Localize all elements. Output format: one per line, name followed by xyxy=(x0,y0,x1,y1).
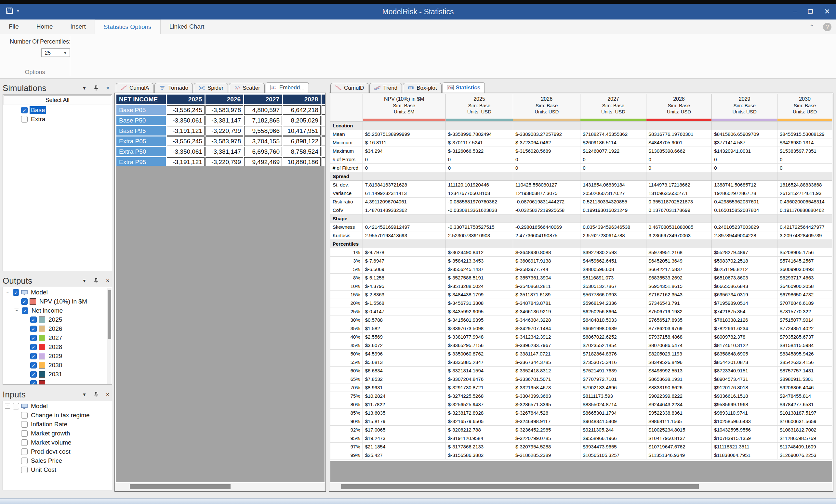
stat-value[interactable]: $6484810.5033 xyxy=(581,316,646,324)
panel-close-icon[interactable]: ✕ xyxy=(106,392,110,397)
stat-value[interactable]: 1616524.88833668 xyxy=(777,181,832,189)
stat-value[interactable]: $11286598.5769 xyxy=(777,434,832,443)
stat-value[interactable]: $10417950.8137 xyxy=(646,434,712,443)
net-income-cell[interactable]: -3,381,147 xyxy=(206,116,243,125)
stat-value[interactable]: $10.2824 xyxy=(363,392,445,400)
stat-value[interactable]: $8174610.3122 xyxy=(712,341,777,350)
panel-close-icon[interactable]: ✕ xyxy=(106,85,110,91)
stat-value[interactable]: $7822661.6234 xyxy=(712,324,777,333)
stat-value[interactable]: -0.0325827219925658 xyxy=(513,206,581,214)
stat-value[interactable]: $13085398.6662 xyxy=(646,147,712,155)
stat-value[interactable]: $6251196.8212 xyxy=(712,265,777,274)
stat-value[interactable]: 3.20974828409739 xyxy=(777,231,832,240)
net-income-cell[interactable]: 8,758,524 xyxy=(283,147,321,156)
ribbon-tab-home[interactable]: Home xyxy=(27,19,62,34)
stat-value[interactable]: $6293717.4663 xyxy=(777,274,832,282)
stat-value[interactable]: $10138187.5197 xyxy=(777,409,832,417)
row-header[interactable]: Base P95 xyxy=(116,126,166,136)
stat-value[interactable]: $9522338.8361 xyxy=(646,409,712,417)
stat-value[interactable]: $-3186285.2389 xyxy=(513,451,581,460)
stat-value[interactable]: $7656517.8935 xyxy=(646,316,712,324)
stat-value[interactable]: $9893110.9741 xyxy=(712,409,777,417)
net-income-cell[interactable]: 10,417,951 xyxy=(283,126,321,136)
collapse-ribbon-icon[interactable]: ⌃ xyxy=(809,23,815,31)
checkbox-checked[interactable]: ✓ xyxy=(30,371,37,377)
stat-value[interactable]: $9022399.6222 xyxy=(646,392,712,400)
row-header[interactable]: Extra P95 xyxy=(116,157,166,166)
stat-value[interactable]: $8415806.65909709 xyxy=(712,130,777,138)
stat-value[interactable]: 12193803877.3075 xyxy=(513,189,581,198)
checkbox-unchecked[interactable] xyxy=(21,467,27,473)
minimize-button[interactable]: – xyxy=(793,7,797,16)
stat-value[interactable]: $7167162.3543 xyxy=(646,291,712,299)
stat-value[interactable]: $34.294 xyxy=(363,147,445,155)
stat-value[interactable]: $-3367344.3785 xyxy=(513,358,581,367)
output-item-2030[interactable]: ✓2030 xyxy=(3,361,112,370)
stat-value[interactable]: $8542633.4156 xyxy=(777,358,832,367)
stat-value[interactable]: $7935285.6737 xyxy=(777,333,832,341)
stat-value[interactable]: $-16.8111 xyxy=(363,138,445,147)
stat-value[interactable]: $11.7822 xyxy=(363,400,445,409)
stat-value[interactable]: $13.6035 xyxy=(363,409,445,417)
stat-value[interactable]: 0 xyxy=(513,164,581,172)
net-income-cell[interactable]: 6,251,197 xyxy=(322,105,325,115)
input-item-unit-cost[interactable]: Unit Cost xyxy=(3,465,112,474)
stat-value[interactable]: $-5.1258 xyxy=(363,274,445,282)
stat-value[interactable]: $-3238172.8928 xyxy=(445,409,513,417)
stat-value[interactable]: $-3513288.5024 xyxy=(445,282,513,291)
net-income-cell[interactable]: 10,880,186 xyxy=(283,157,321,166)
stat-value[interactable]: 2.52300733910903 xyxy=(445,231,513,240)
checkbox-checked[interactable]: ✓ xyxy=(30,380,37,385)
stat-value[interactable]: $6956734.0319 xyxy=(712,291,777,299)
stat-value[interactable]: $-3487843.8781 xyxy=(513,299,581,307)
stat-value[interactable]: 0.496020006548314 xyxy=(777,198,832,206)
stat-value[interactable]: $-3557361.3904 xyxy=(513,274,581,282)
net-income-cell[interactable]: -3,220,799 xyxy=(206,126,243,136)
net-income-cell[interactable]: -3,583,978 xyxy=(206,136,243,146)
stat-value[interactable]: 0.421722564427977 xyxy=(777,223,832,231)
stat-value[interactable]: $8345895.9426 xyxy=(777,350,832,358)
stat-value[interactable]: 111120.101920446 xyxy=(445,181,513,189)
checkbox-unchecked[interactable] xyxy=(21,116,27,122)
stat-value[interactable]: $-3435992.9095 xyxy=(445,307,513,316)
stat-value[interactable]: $4459662.6451 xyxy=(581,257,646,265)
stat-value[interactable]: 0 xyxy=(581,155,646,164)
stat-value[interactable]: 0.421452169912497 xyxy=(363,223,445,231)
number-of-percentiles-dropdown[interactable]: 25 ▼ xyxy=(41,49,70,57)
panel-collapse-icon[interactable]: ▼ xyxy=(82,85,87,91)
stat-value[interactable]: 2.47736604190875 xyxy=(513,231,581,240)
stat-value[interactable]: 0 xyxy=(777,155,832,164)
net-income-cell[interactable]: 3,704,155 xyxy=(244,136,282,146)
stat-value[interactable]: $-3177866.2133 xyxy=(445,443,513,451)
net-income-cell[interactable]: 6,693,760 xyxy=(244,147,282,156)
stat-value[interactable]: 12347677050.8103 xyxy=(445,189,513,198)
stat-value[interactable]: $7515077.9014 xyxy=(777,316,832,324)
net-income-cell[interactable]: 11,078,545 xyxy=(322,157,325,166)
stat-value[interactable]: $-3429707.1484 xyxy=(513,324,581,333)
stat-value[interactable]: $10565105.3257 xyxy=(581,451,646,460)
stat-value[interactable]: $-3556245.1437 xyxy=(445,265,513,274)
stat-value[interactable]: $8544201.0873 xyxy=(712,358,777,367)
stat-value[interactable]: $8316776.19760301 xyxy=(646,130,712,138)
net-income-cell[interactable]: -3,191,121 xyxy=(167,126,205,136)
stat-value[interactable]: $-3191120.9584 xyxy=(445,434,513,443)
stat-value[interactable]: $-3350060.8762 xyxy=(445,350,513,358)
tab-cumula[interactable]: CumulA xyxy=(116,83,153,93)
stat-value[interactable]: 7.81984163721628 xyxy=(363,181,445,189)
row-header[interactable]: Base P50 xyxy=(116,116,166,125)
net-income-cell[interactable]: -3,381,147 xyxy=(206,147,243,156)
stat-value[interactable]: 0 xyxy=(777,164,832,172)
stat-value[interactable]: 1144973.17218662 xyxy=(646,181,712,189)
stat-value[interactable]: 0 xyxy=(445,155,513,164)
stat-value[interactable]: $5528279.4897 xyxy=(712,248,777,257)
stat-value[interactable]: $8158415.5984 xyxy=(777,341,832,350)
stat-value[interactable]: $-3511871.6189 xyxy=(513,291,581,299)
stat-value[interactable]: $6691998.0639 xyxy=(581,324,646,333)
stat-value[interactable]: $6665586.6843 xyxy=(712,282,777,291)
stat-value[interactable]: $6460900.2058 xyxy=(777,282,832,291)
stat-value[interactable]: 3.23669734970063 xyxy=(646,231,712,240)
stat-value[interactable]: $5677866.0393 xyxy=(581,291,646,299)
stat-value[interactable]: $-3608917.9138 xyxy=(513,257,581,265)
collapse-node-icon[interactable]: − xyxy=(5,404,10,409)
stat-value[interactable]: $-9.7978 xyxy=(363,248,445,257)
